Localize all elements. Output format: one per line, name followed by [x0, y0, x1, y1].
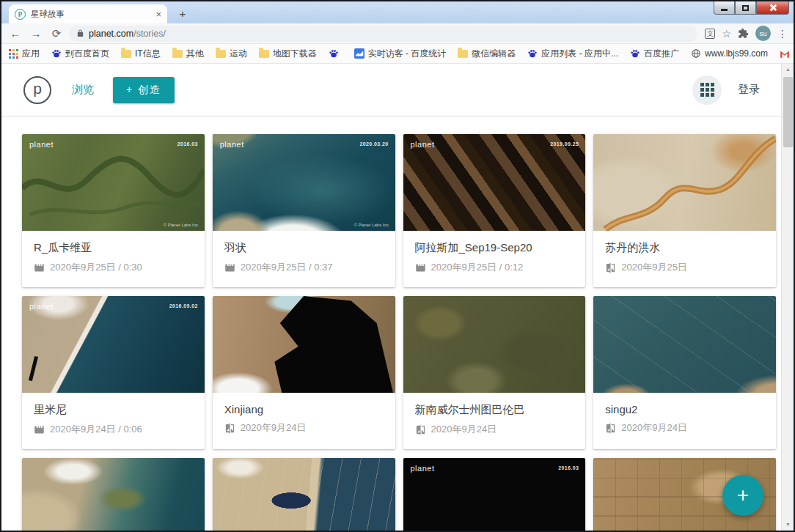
story-meta: 2020年9月24日	[415, 423, 574, 436]
story-info: 阿拉斯加_Sep19-Sep20 2020年9月25日 / 0:12	[403, 231, 586, 287]
bookmark-folder-wechat-editor[interactable]: 微信编辑器	[458, 48, 516, 60]
url-text: planet.com/stories/	[89, 29, 166, 39]
back-button[interactable]: ←	[7, 27, 23, 40]
folder-icon	[172, 50, 183, 58]
story-meta: 2020年9月25日 / 0:12	[415, 261, 574, 274]
bookmark-apps[interactable]: 应用	[9, 48, 40, 60]
translate-icon[interactable]: 文	[705, 29, 715, 39]
copyright-credit: © Planet Labs Inc.	[164, 223, 199, 227]
story-thumbnail[interactable]: planet 2016.03 © Planet Labs Inc.	[22, 134, 205, 231]
story-thumbnail[interactable]	[213, 296, 395, 393]
story-title: singu2	[605, 403, 764, 415]
bookmark-star-icon[interactable]: ☆	[722, 28, 731, 40]
story-thumbnail[interactable]	[403, 296, 586, 393]
vertical-scrollbar[interactable]: ▲ ▼	[781, 64, 794, 531]
story-card[interactable]: planet 2016.09.02 里米尼 2020年9月24日 / 0:06	[22, 296, 205, 449]
bookmark-folder-other[interactable]: 其他	[172, 48, 204, 60]
story-meta: 2020年9月25日 / 0:30	[34, 261, 193, 274]
scroll-up-icon[interactable]: ▲	[782, 64, 794, 75]
reload-button[interactable]: ⟳	[48, 27, 65, 40]
create-button[interactable]: + 创造	[113, 77, 175, 103]
story-info: R_瓜卡维亚 2020年9月25日 / 0:30	[22, 231, 205, 287]
bookmark-baidu[interactable]	[329, 48, 342, 59]
bookmark-lbjs[interactable]: www.lbjs99.com	[691, 48, 768, 59]
story-card[interactable]: 新南威尔士州图巴伦巴 2020年9月24日	[403, 296, 586, 449]
thumbnail-date-overlay: 2016.03	[177, 141, 198, 147]
close-button[interactable]	[756, 1, 789, 15]
story-meta: 2020年9月25日 / 0:37	[224, 261, 384, 274]
baidu-icon	[51, 48, 62, 59]
chart-icon	[354, 48, 364, 59]
planet-logo[interactable]: p	[23, 76, 51, 104]
header-actions: 登录	[692, 75, 760, 105]
ink-annotation	[29, 356, 38, 381]
page-content: ▲ ▼ p 浏览 + 创造 登录 planet 2016.03	[1, 64, 794, 531]
story-thumbnail[interactable]: planet 2016.03	[403, 458, 586, 531]
apps-menu-button[interactable]	[692, 75, 722, 105]
story-thumbnail[interactable]	[593, 296, 776, 393]
story-thumbnail[interactable]	[213, 458, 395, 531]
browser-tab[interactable]: p 星球故事 ×	[9, 4, 167, 23]
bookmark-label: IT信息	[135, 48, 161, 60]
bookmark-gmail[interactable]: Gmail	[780, 48, 794, 59]
story-card[interactable]: 苏丹的洪水 2020年9月25日	[593, 134, 776, 287]
story-thumbnail[interactable]: planet 2019.09.25	[403, 134, 586, 231]
nav-browse-link[interactable]: 浏览	[72, 83, 94, 97]
planet-watermark: planet	[29, 302, 54, 311]
baidu-icon	[527, 48, 538, 59]
extensions-puzzle-icon[interactable]	[738, 28, 749, 39]
folder-icon	[259, 50, 269, 58]
minimize-button[interactable]	[714, 1, 735, 15]
story-thumbnail[interactable]: planet 2016.09.02	[22, 296, 205, 393]
thumbnail-date-overlay: 2016.09.02	[169, 303, 198, 309]
story-title: 苏丹的洪水	[605, 241, 764, 255]
url-path: /stories/	[133, 29, 166, 39]
folder-icon	[458, 50, 468, 58]
story-card[interactable]	[213, 458, 395, 531]
bookmark-app-list[interactable]: 应用列表 - 应用中...	[527, 48, 618, 60]
story-thumbnail[interactable]	[593, 134, 776, 231]
address-bar[interactable]: planet.com/stories/	[69, 26, 697, 42]
story-date: 2020年9月25日	[621, 261, 687, 274]
login-link[interactable]: 登录	[738, 83, 760, 97]
bookmark-label: 百度推广	[644, 48, 679, 60]
story-card[interactable]: planet 2019.09.25 阿拉斯加_Sep19-Sep20 2020年…	[403, 134, 586, 287]
bookmark-folder-mapdl[interactable]: 地图下载器	[259, 48, 317, 60]
bookmark-baidu-home[interactable]: 到百度首页	[51, 48, 109, 60]
scroll-down-icon[interactable]: ▼	[782, 519, 794, 531]
stories-grid: planet 2016.03 © Planet Labs Inc. R_瓜卡维亚…	[1, 117, 794, 531]
scrollbar-thumb[interactable]	[783, 77, 793, 147]
thumbnail-date-overlay: 2016.03	[558, 465, 579, 470]
new-tab-button[interactable]: +	[175, 7, 191, 21]
bookmark-folder-sport[interactable]: 运动	[216, 48, 247, 60]
compare-icon	[605, 262, 616, 273]
bookmark-baidu-promo[interactable]: 百度推广	[630, 48, 679, 60]
story-title: 阿拉斯加_Sep19-Sep20	[415, 241, 574, 255]
create-story-fab[interactable]: +	[722, 475, 763, 516]
story-card[interactable]	[22, 458, 205, 531]
story-date-duration: 2020年9月25日 / 0:12	[431, 261, 524, 274]
story-card[interactable]: Xinjiang 2020年9月24日	[213, 296, 395, 449]
story-title: 新南威尔士州图巴伦巴	[415, 403, 574, 417]
story-thumbnail[interactable]: planet 2020.03.20 © Planet Labs Inc.	[213, 134, 395, 231]
bookmark-folder-it[interactable]: IT信息	[121, 48, 161, 60]
close-icon	[769, 4, 777, 12]
planet-watermark: planet	[411, 140, 435, 149]
browser-window: p 星球故事 × + ← → ⟳ planet.com/stories/ 文 ☆…	[0, 0, 795, 532]
story-card[interactable]: planet 2016.03 © Planet Labs Inc. R_瓜卡维亚…	[22, 134, 205, 287]
tab-close-icon[interactable]: ×	[155, 9, 161, 20]
story-info: singu2 2020年9月24日	[593, 393, 776, 448]
profile-avatar[interactable]: su	[755, 26, 771, 41]
menu-dots-icon[interactable]: ⋮	[777, 28, 788, 40]
bookmark-baidu-stats[interactable]: 实时访客 - 百度统计	[354, 48, 447, 60]
story-thumbnail[interactable]	[22, 458, 205, 531]
forward-button[interactable]: →	[28, 27, 44, 40]
url-host: planet.com	[89, 29, 133, 39]
folder-icon	[121, 50, 131, 58]
story-card[interactable]: planet 2020.03.20 © Planet Labs Inc. 羽状 …	[213, 134, 395, 287]
story-card[interactable]: singu2 2020年9月24日	[593, 296, 776, 449]
folder-icon	[216, 50, 226, 58]
story-card[interactable]: planet 2016.03	[403, 458, 586, 531]
river-graphic	[593, 134, 776, 231]
maximize-button[interactable]	[735, 1, 756, 15]
